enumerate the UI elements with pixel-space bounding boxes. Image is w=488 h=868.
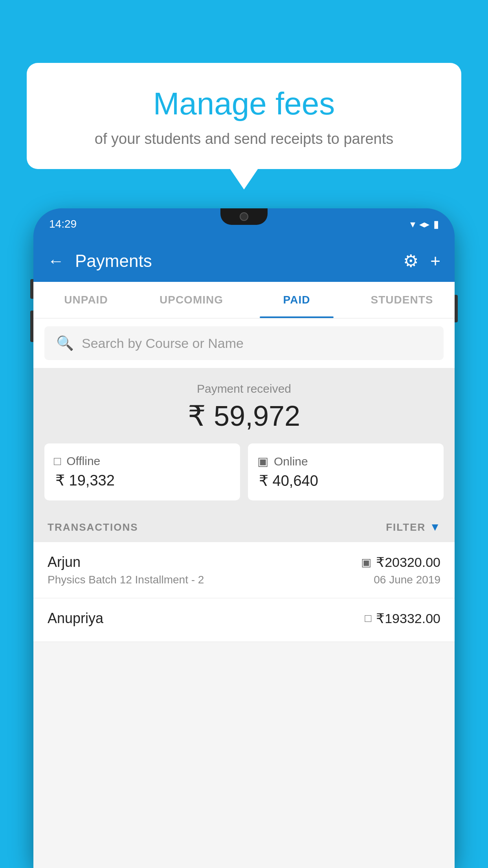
battery-icon: ▮ (433, 218, 439, 230)
tab-upcoming[interactable]: UPCOMING (139, 282, 244, 318)
transactions-header: TRANSACTIONS FILTER ▼ (33, 512, 455, 542)
status-bar: 14:29 ▾ ◂▸ ▮ (33, 208, 455, 240)
online-card-header: ▣ Online (257, 454, 434, 468)
offline-icon: □ (54, 454, 61, 468)
phone-screen: ← Payments ⚙ + UNPAID UPCOMING PAID STUD… (33, 240, 455, 868)
transaction-name: Arjun (48, 554, 81, 570)
offline-amount: ₹ 19,332 (54, 472, 231, 489)
payment-summary: Payment received ₹ 59,972 □ Offline ₹ 19… (33, 368, 455, 512)
transaction-name: Anupriya (48, 610, 103, 627)
wifi-icon: ▾ (410, 218, 415, 230)
bubble-subtitle: of your students and send receipts to pa… (46, 131, 442, 147)
offline-card-header: □ Offline (54, 454, 231, 468)
settings-icon[interactable]: ⚙ (403, 251, 418, 271)
transaction-row1: Arjun ▣ ₹20320.00 (48, 554, 440, 570)
filter-label: FILTER (386, 521, 426, 533)
phone-frame: 14:29 ▾ ◂▸ ▮ ← Payments ⚙ + UNPAID UPCOM… (33, 208, 455, 868)
header-left: ← Payments (48, 251, 152, 271)
offline-label: Offline (66, 454, 100, 468)
transaction-list: Arjun ▣ ₹20320.00 Physics Batch 12 Insta… (33, 542, 455, 642)
signal-icon: ◂▸ (419, 218, 429, 230)
speech-bubble: Manage fees of your students and send re… (27, 63, 461, 169)
payment-cards: □ Offline ₹ 19,332 ▣ Online ₹ 40,640 (44, 443, 444, 500)
transaction-row2: Physics Batch 12 Installment - 2 06 June… (48, 574, 440, 586)
phone-notch (220, 208, 268, 225)
offline-card: □ Offline ₹ 19,332 (44, 443, 240, 500)
tabs-bar: UNPAID UPCOMING PAID STUDENTS (33, 282, 455, 318)
payment-received-label: Payment received (44, 382, 444, 395)
back-button[interactable]: ← (48, 253, 64, 269)
volume-up-button (30, 279, 33, 299)
transaction-amount: ₹20320.00 (376, 554, 440, 570)
payment-total-amount: ₹ 59,972 (44, 399, 444, 432)
status-time: 14:29 (49, 218, 77, 230)
transaction-amount-row: □ ₹19332.00 (365, 611, 440, 626)
transaction-amount: ₹19332.00 (376, 611, 440, 626)
tab-students[interactable]: STUDENTS (349, 282, 455, 318)
filter-icon: ▼ (429, 521, 440, 533)
transaction-row1: Anupriya □ ₹19332.00 (48, 610, 440, 627)
header-right: ⚙ + (403, 251, 440, 271)
search-icon: 🔍 (56, 335, 74, 351)
search-placeholder-text: Search by Course or Name (82, 336, 244, 351)
online-amount: ₹ 40,640 (257, 472, 434, 489)
add-icon[interactable]: + (430, 251, 440, 271)
search-container: 🔍 Search by Course or Name (33, 318, 455, 368)
online-icon: ▣ (257, 454, 268, 468)
transaction-item[interactable]: Arjun ▣ ₹20320.00 Physics Batch 12 Insta… (33, 542, 455, 598)
filter-section[interactable]: FILTER ▼ (386, 521, 440, 533)
tab-paid[interactable]: PAID (244, 282, 349, 318)
transaction-type-icon: □ (365, 612, 371, 625)
power-button (455, 295, 458, 322)
search-box[interactable]: 🔍 Search by Course or Name (44, 326, 444, 360)
header-title: Payments (75, 251, 152, 271)
transaction-type-icon: ▣ (361, 556, 371, 569)
transaction-item[interactable]: Anupriya □ ₹19332.00 (33, 598, 455, 642)
transaction-date: 06 June 2019 (374, 574, 440, 586)
status-icons: ▾ ◂▸ ▮ (410, 218, 439, 230)
online-card: ▣ Online ₹ 40,640 (248, 443, 444, 500)
online-label: Online (274, 455, 308, 468)
tab-unpaid[interactable]: UNPAID (33, 282, 139, 318)
front-camera (240, 212, 248, 221)
volume-down-button (30, 311, 33, 342)
transaction-amount-row: ▣ ₹20320.00 (361, 554, 440, 570)
transaction-desc: Physics Batch 12 Installment - 2 (48, 574, 204, 586)
transactions-label: TRANSACTIONS (48, 521, 138, 533)
app-header: ← Payments ⚙ + (33, 240, 455, 282)
bubble-title: Manage fees (46, 86, 442, 121)
